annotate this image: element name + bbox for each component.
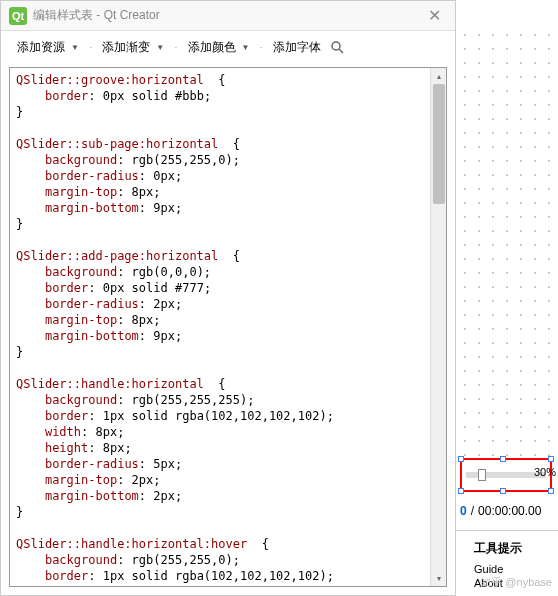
add-resource-label: 添加资源 [17, 39, 65, 56]
separator: · [174, 40, 177, 54]
add-color-label: 添加颜色 [188, 39, 236, 56]
slider-handle[interactable] [478, 469, 486, 481]
add-resource-button[interactable]: 添加资源 ▼ [13, 37, 83, 58]
separator: · [89, 40, 92, 54]
chevron-down-icon: ▼ [156, 43, 164, 52]
vertical-scrollbar[interactable]: ▴ ▾ [430, 68, 446, 586]
chevron-down-icon: ▼ [242, 43, 250, 52]
selection-handle[interactable] [548, 456, 554, 462]
add-gradient-button[interactable]: 添加渐变 ▼ [98, 37, 168, 58]
chevron-down-icon: ▼ [71, 43, 79, 52]
watermark: 知乎 @nybase [480, 575, 552, 590]
add-color-button[interactable]: 添加颜色 ▼ [184, 37, 254, 58]
selection-handle[interactable] [548, 488, 554, 494]
close-button[interactable]: ✕ [422, 6, 447, 25]
percent-label: 30% [534, 466, 556, 478]
scroll-up-button[interactable]: ▴ [431, 68, 446, 84]
time-total: 00:00:00.00 [478, 504, 541, 518]
selection-handle[interactable] [500, 456, 506, 462]
tooltip-header: 工具提示 [474, 540, 522, 557]
titlebar: Qt 编辑样式表 - Qt Creator ✕ [1, 1, 455, 31]
stylesheet-editor-container: QSlider::groove:horizontal { border: 0px… [9, 67, 447, 587]
time-current: 0 [460, 504, 467, 518]
add-font-button[interactable]: 添加字体 [269, 37, 325, 58]
tooltip-guide: Guide [474, 563, 522, 575]
separator: · [259, 40, 262, 54]
selection-handle[interactable] [500, 488, 506, 494]
divider [456, 530, 558, 531]
designer-panel: 30% 0 / 00:00:00.00 工具提示 Guide About [456, 0, 558, 596]
add-gradient-label: 添加渐变 [102, 39, 150, 56]
selection-handle[interactable] [458, 456, 464, 462]
time-display: 0 / 00:00:00.00 [460, 504, 541, 518]
toolbar: 添加资源 ▼ · 添加渐变 ▼ · 添加颜色 ▼ · 添加字体 [1, 31, 455, 63]
scroll-down-button[interactable]: ▾ [431, 570, 446, 586]
magnify-icon[interactable] [329, 39, 345, 55]
svg-line-1 [339, 49, 343, 53]
svg-point-0 [332, 42, 340, 50]
qt-app-icon: Qt [9, 7, 27, 25]
stylesheet-editor[interactable]: QSlider::groove:horizontal { border: 0px… [10, 68, 446, 586]
time-separator: / [471, 504, 474, 518]
window-title: 编辑样式表 - Qt Creator [33, 7, 422, 24]
scroll-thumb[interactable] [433, 84, 445, 204]
add-font-label: 添加字体 [273, 39, 321, 56]
form-canvas[interactable] [458, 28, 556, 456]
selection-handle[interactable] [458, 488, 464, 494]
